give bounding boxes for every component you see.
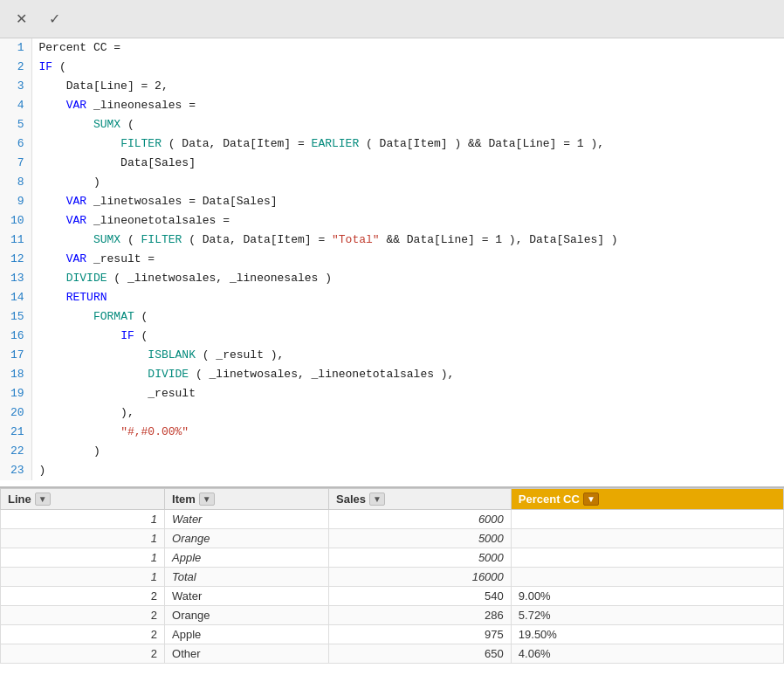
code-content[interactable]: "#,#0.00%" bbox=[31, 423, 784, 442]
code-token: ( _result ), bbox=[196, 348, 284, 362]
line-number: 18 bbox=[0, 365, 31, 384]
code-content[interactable]: _result bbox=[31, 384, 784, 403]
line-number: 10 bbox=[0, 211, 31, 231]
code-row: 1Percent CC = bbox=[0, 38, 784, 58]
code-content[interactable]: Data[Line] = 2, bbox=[31, 77, 784, 96]
cell-item: Water bbox=[165, 587, 329, 606]
code-content[interactable]: DIVIDE ( _linetwosales, _lineonetotalsal… bbox=[31, 365, 784, 384]
col-filter-btn[interactable]: ▼ bbox=[583, 493, 599, 506]
code-token bbox=[39, 425, 121, 438]
code-content[interactable]: VAR _lineonetotalsales = bbox=[31, 211, 784, 231]
cell-line: 1 bbox=[1, 568, 165, 587]
code-row: 3 Data[Line] = 2, bbox=[0, 77, 784, 96]
col-filter-btn[interactable]: ▼ bbox=[199, 493, 215, 506]
code-token bbox=[39, 195, 66, 208]
code-content[interactable]: DIVIDE ( _linetwosales, _lineonesales ) bbox=[31, 269, 784, 288]
code-content[interactable]: ISBLANK ( _result ), bbox=[31, 346, 784, 365]
line-number: 7 bbox=[0, 154, 31, 173]
cell-sales: 975 bbox=[329, 625, 512, 644]
line-number: 1 bbox=[0, 38, 31, 58]
code-content[interactable]: IF ( bbox=[31, 327, 784, 346]
code-table: 1Percent CC = 2IF (3 Data[Line] = 2,4 VA… bbox=[0, 38, 784, 480]
code-content[interactable]: SUMX ( FILTER ( Data, Data[Item] = "Tota… bbox=[31, 231, 784, 250]
col-filter-btn[interactable]: ▼ bbox=[35, 493, 51, 506]
col-filter-btn[interactable]: ▼ bbox=[369, 493, 385, 506]
cell-line: 1 bbox=[1, 510, 165, 529]
code-token bbox=[39, 233, 93, 246]
line-number: 23 bbox=[0, 461, 31, 480]
code-content[interactable]: ) bbox=[31, 173, 784, 192]
code-row: 23) bbox=[0, 461, 784, 480]
cell-percent bbox=[511, 529, 783, 548]
code-token: SUMX bbox=[93, 118, 120, 131]
cell-line: 2 bbox=[1, 606, 165, 625]
code-content[interactable]: ) bbox=[31, 461, 784, 480]
code-token: && Data[Line] = 1 ), Data[Sales] ) bbox=[380, 233, 618, 246]
code-row: 20 ), bbox=[0, 403, 784, 423]
code-content[interactable]: VAR _linetwosales = Data[Sales] bbox=[31, 192, 784, 211]
code-content[interactable]: VAR _lineonesales = bbox=[31, 96, 784, 115]
code-token: ) bbox=[39, 464, 46, 477]
code-row: 18 DIVIDE ( _linetwosales, _lineonetotal… bbox=[0, 365, 784, 384]
col-filter-group: Percent CC▼ bbox=[519, 493, 599, 506]
code-content[interactable]: RETURN bbox=[31, 288, 784, 307]
cell-percent: 19.50% bbox=[511, 625, 783, 644]
code-content[interactable]: ) bbox=[31, 442, 784, 461]
code-token: ISBLANK bbox=[148, 348, 196, 362]
code-token: _result = bbox=[86, 252, 155, 265]
code-token: VAR bbox=[66, 195, 86, 208]
code-token bbox=[39, 291, 66, 304]
formula-toolbar: ✕ ✓ bbox=[0, 0, 784, 38]
table-row: 1Water6000 bbox=[1, 510, 784, 529]
code-token: RETURN bbox=[66, 291, 107, 304]
confirm-button[interactable]: ✓ bbox=[42, 7, 66, 31]
line-number: 16 bbox=[0, 327, 31, 346]
code-content[interactable]: SUMX ( bbox=[31, 115, 784, 134]
cell-sales: 540 bbox=[329, 587, 512, 606]
cancel-button[interactable]: ✕ bbox=[9, 7, 33, 31]
code-row: 13 DIVIDE ( _linetwosales, _lineonesales… bbox=[0, 269, 784, 288]
code-token bbox=[39, 310, 93, 323]
cell-sales: 5000 bbox=[329, 548, 512, 568]
table-row: 2Orange2865.72% bbox=[1, 606, 784, 625]
code-content[interactable]: FORMAT ( bbox=[31, 307, 784, 327]
cell-sales: 5000 bbox=[329, 529, 512, 548]
code-content[interactable]: IF ( bbox=[31, 58, 784, 77]
line-number: 4 bbox=[0, 96, 31, 115]
col-label: Line bbox=[8, 493, 31, 506]
code-token: ) bbox=[39, 444, 100, 458]
code-row: 6 FILTER ( Data, Data[Item] = EARLIER ( … bbox=[0, 134, 784, 154]
code-token: ( Data, Data[Item] = bbox=[162, 137, 312, 150]
table-row: 1Apple5000 bbox=[1, 548, 784, 568]
code-token: DIVIDE bbox=[148, 368, 189, 381]
col-label: Sales bbox=[336, 493, 366, 506]
code-content[interactable]: ), bbox=[31, 403, 784, 423]
code-token bbox=[39, 272, 66, 285]
code-token: "#,#0.00%" bbox=[120, 425, 189, 438]
table-row: 1Total16000 bbox=[1, 568, 784, 587]
line-number: 21 bbox=[0, 423, 31, 442]
code-content[interactable]: Percent CC = bbox=[31, 38, 784, 58]
code-token: ), bbox=[39, 406, 134, 419]
code-row: 16 IF ( bbox=[0, 327, 784, 346]
cell-line: 2 bbox=[1, 644, 165, 664]
code-token: IF bbox=[120, 329, 134, 342]
code-row: 19 _result bbox=[0, 384, 784, 403]
code-row: 14 RETURN bbox=[0, 288, 784, 307]
code-token: FILTER bbox=[141, 233, 182, 246]
code-content[interactable]: VAR _result = bbox=[31, 250, 784, 269]
code-editor[interactable]: 1Percent CC = 2IF (3 Data[Line] = 2,4 VA… bbox=[0, 38, 784, 488]
line-number: 12 bbox=[0, 250, 31, 269]
code-token bbox=[39, 252, 66, 265]
cell-item: Water bbox=[165, 510, 329, 529]
cell-item: Total bbox=[165, 568, 329, 587]
line-number: 8 bbox=[0, 173, 31, 192]
code-token: _linetwosales = Data[Sales] bbox=[86, 195, 277, 208]
cell-percent bbox=[511, 510, 783, 529]
line-number: 5 bbox=[0, 115, 31, 134]
code-row: 2IF ( bbox=[0, 58, 784, 77]
code-content[interactable]: Data[Sales] bbox=[31, 154, 784, 173]
code-content[interactable]: FILTER ( Data, Data[Item] = EARLIER ( Da… bbox=[31, 134, 784, 154]
cell-percent: 9.00% bbox=[511, 587, 783, 606]
code-token bbox=[39, 99, 66, 112]
